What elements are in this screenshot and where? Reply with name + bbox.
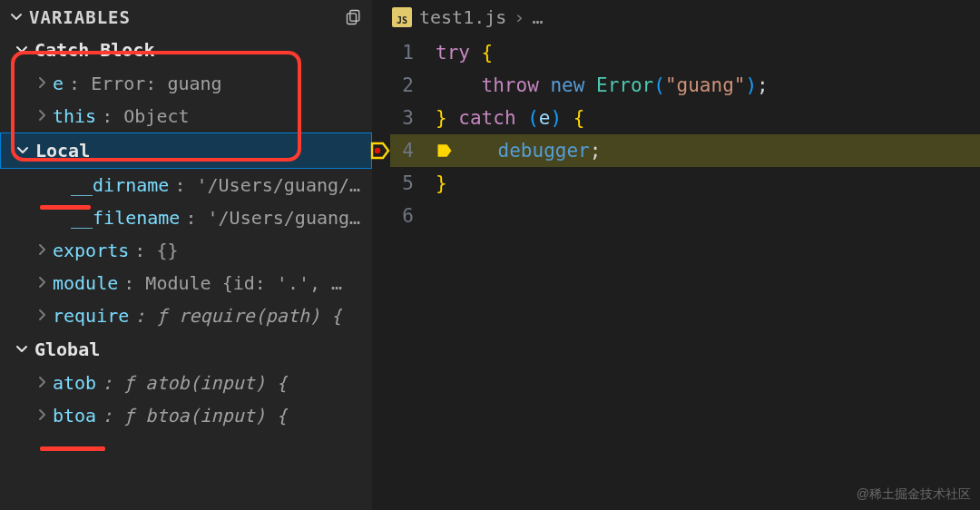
scope-catch-block[interactable]: Catch Block <box>0 33 372 67</box>
line-number: 1 <box>390 42 436 64</box>
breadcrumb-separator: › <box>514 6 524 28</box>
variable-value: '/Users/guang… <box>208 207 361 229</box>
variable-name: this <box>53 105 96 127</box>
scope-label: Global <box>34 338 100 360</box>
variable-row[interactable]: exports: {} <box>0 234 372 267</box>
variable-row[interactable]: require: ƒ require(path) { <box>0 299 372 332</box>
scope-label: Local <box>35 140 90 162</box>
variables-header[interactable]: VARIABLES <box>0 0 372 33</box>
line-number: 6 <box>390 205 436 227</box>
variable-value: '/Users/guang/… <box>196 174 360 196</box>
line-number: 5 <box>390 172 436 194</box>
code-line[interactable]: 2 throw new Error("guang"); <box>390 69 980 102</box>
variable-row[interactable]: __dirname: '/Users/guang/… <box>0 169 372 201</box>
variable-name: require <box>53 305 129 327</box>
variable-name: __dirname <box>71 174 169 196</box>
variable-value: ƒ btoa(input) { <box>123 405 288 427</box>
annotation-underline <box>40 205 91 210</box>
variable-value: Error: guang <box>91 73 222 94</box>
code-editor: JS test1.js › … 1try {2 throw new Error(… <box>372 0 980 510</box>
code-line[interactable]: 5} <box>390 167 980 200</box>
variables-panel: VARIABLES Catch Block e: Error: guang th… <box>0 0 372 510</box>
scope-label: Catch Block <box>34 39 154 61</box>
chevron-right-icon <box>34 372 53 394</box>
watermark: @稀土掘金技术社区 <box>857 486 971 503</box>
chevron-right-icon <box>34 105 53 127</box>
variable-row[interactable]: atob: ƒ atob(input) { <box>0 367 372 399</box>
chevron-right-icon <box>34 73 53 94</box>
variable-value: ƒ require(path) { <box>156 305 342 327</box>
javascript-file-icon: JS <box>392 7 412 27</box>
code-line[interactable]: 6 <box>390 200 980 232</box>
chevron-right-icon <box>34 240 53 261</box>
code-line[interactable]: 3} catch (e) { <box>390 102 980 134</box>
annotation-underline <box>40 446 105 451</box>
variable-row[interactable]: this: Object <box>0 100 372 132</box>
execution-marker-icon <box>436 140 452 162</box>
variable-name: e <box>53 73 64 94</box>
variable-name: __filename <box>71 207 180 229</box>
svg-rect-0 <box>350 11 359 22</box>
line-number: 4 <box>390 140 436 162</box>
breadcrumb-filename[interactable]: test1.js <box>419 6 506 28</box>
chevron-down-icon <box>15 338 34 360</box>
svg-point-2 <box>375 148 380 153</box>
code-area[interactable]: 1try {2 throw new Error("guang");3} catc… <box>372 33 980 232</box>
line-number: 2 <box>390 74 436 96</box>
variable-name: btoa <box>53 405 96 427</box>
variable-name: module <box>53 272 118 294</box>
code-line[interactable]: 1try { <box>390 36 980 69</box>
breadcrumb-tail[interactable]: … <box>532 6 543 28</box>
chevron-down-icon <box>15 140 35 162</box>
collapse-all-icon[interactable] <box>345 8 363 26</box>
variable-name: atob <box>53 372 96 394</box>
chevron-down-icon <box>15 39 34 61</box>
svg-rect-1 <box>348 14 357 25</box>
execution-pointer-icon <box>368 139 392 162</box>
chevron-right-icon <box>34 272 53 294</box>
chevron-down-icon <box>9 7 29 27</box>
chevron-right-icon <box>34 305 53 327</box>
variable-row[interactable]: module: Module {id: '.', … <box>0 267 372 299</box>
variable-name: exports <box>53 240 129 261</box>
chevron-right-icon <box>34 405 53 427</box>
variable-row[interactable]: e: Error: guang <box>0 67 372 100</box>
scope-local[interactable]: Local <box>0 132 372 169</box>
code-line[interactable]: 4 debugger; <box>390 134 980 167</box>
scope-global[interactable]: Global <box>0 332 372 367</box>
variable-value: Object <box>123 105 189 127</box>
breadcrumb[interactable]: JS test1.js › … <box>372 0 980 33</box>
panel-title: VARIABLES <box>29 7 345 27</box>
line-number: 3 <box>390 107 436 129</box>
variable-value: {} <box>156 240 178 261</box>
variable-row[interactable]: btoa: ƒ btoa(input) { <box>0 399 372 432</box>
variable-value: ƒ atob(input) { <box>123 372 288 394</box>
variable-value: Module {id: '.', … <box>145 272 342 294</box>
